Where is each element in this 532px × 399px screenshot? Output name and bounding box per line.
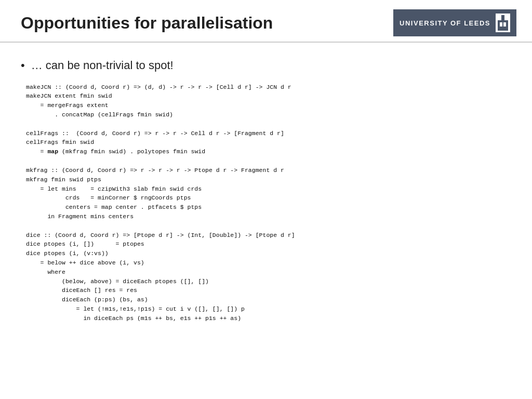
logo-text: UNIVERSITY OF LEEDS — [400, 19, 490, 27]
code-line-below-dice: where — [26, 269, 65, 275]
code-line-15: dice ptopes (i, []) = ptopes — [26, 241, 144, 247]
code-line-11: crds = minCorner $ rngCoords ptps — [26, 194, 191, 201]
code-block: makeJCN :: (Coord d, Coord r) => (d, d) … — [21, 83, 511, 323]
code-line-3: = mergeFrags extent — [26, 102, 109, 109]
code-line-19: diceEach [] res = res — [26, 287, 137, 294]
code-line-21: = let (!m1s,!e1s,!p1s) = cut i v ([], []… — [26, 305, 245, 312]
code-line-6: cellFrags fmin swid — [26, 139, 94, 145]
code-line-20: diceEach (p:ps) (bs, as) — [26, 296, 148, 303]
code-line-22: in diceEach ps (m1s ++ bs, e1s ++ p1s ++… — [26, 315, 241, 322]
code-line-10: = let mins = czipWith3 slab fmin swid cr… — [26, 185, 202, 192]
code-line-8: mkfrag :: (Coord d, Coord r) => r -> r -… — [26, 167, 284, 174]
code-line-12: centers = map center . ptfacets $ ptps — [26, 204, 202, 210]
code-line-5: cellFrags :: (Coord d, Coord r) => r -> … — [26, 130, 284, 137]
slide: Opportunities for parallelisation UNIVER… — [0, 0, 532, 399]
slide-title: Opportunities for parallelisation — [21, 14, 273, 33]
slide-content: • … can be non-trivial to spot! makeJCN … — [0, 43, 532, 334]
university-logo: UNIVERSITY OF LEEDS — [393, 9, 516, 36]
bullet-item: • … can be non-trivial to spot! — [21, 58, 511, 73]
bullet-marker: • — [21, 58, 25, 73]
header: Opportunities for parallelisation UNIVER… — [0, 0, 532, 43]
bullet-text: … can be non-trivial to spot! — [31, 58, 174, 73]
map-keyword: map — [47, 148, 58, 155]
code-line-14: dice :: (Coord d, Coord r) => [Ptope d r… — [26, 232, 295, 238]
code-line-2: makeJCN extent fmin swid — [26, 92, 112, 99]
code-line-1: makeJCN :: (Coord d, Coord r) => (d, d) … — [26, 84, 291, 90]
code-line-17: = below ++ dice above (i, vs) — [26, 259, 144, 266]
code-line-16: dice ptopes (i, (v:vs)) — [26, 250, 109, 257]
svg-rect-1 — [498, 20, 508, 31]
code-line-13: in Fragment mins centers — [26, 213, 134, 220]
logo-icon — [496, 14, 510, 32]
code-line-where: (below, above) = diceEach ptopes ([], []… — [26, 278, 209, 285]
code-line-7: = map (mkfrag fmin swid) . polytopes fmi… — [26, 148, 205, 155]
svg-rect-0 — [501, 15, 504, 20]
code-line-9: mkfrag fmin swid ptps — [26, 176, 101, 183]
svg-rect-2 — [500, 22, 502, 26]
svg-rect-3 — [503, 22, 506, 26]
code-line-4: . concatMap (cellFrags fmin swid) — [26, 111, 173, 118]
